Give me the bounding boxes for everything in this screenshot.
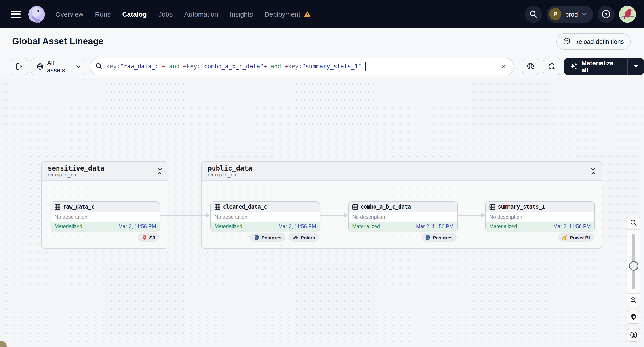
zoom-in-button[interactable] bbox=[627, 216, 640, 230]
top-nav: Overview Runs Catalog Jobs Automation In… bbox=[0, 0, 644, 28]
download-button[interactable] bbox=[626, 328, 640, 342]
help-icon: ? bbox=[602, 9, 610, 18]
reload-cube-icon bbox=[563, 37, 570, 45]
postgres-icon bbox=[425, 235, 430, 240]
table-icon bbox=[352, 204, 358, 210]
kind-tag-postgres[interactable]: Postgres bbox=[250, 233, 286, 242]
nav-item-automation[interactable]: Automation bbox=[184, 10, 218, 18]
lineage-canvas[interactable]: sensitive_data example_co public_data ex… bbox=[0, 78, 644, 347]
table-icon bbox=[489, 204, 495, 210]
edge-arrowhead bbox=[481, 213, 485, 217]
edge-raw-to-cleaned bbox=[160, 215, 206, 216]
group-header: sensitive_data example_co bbox=[42, 162, 168, 181]
edge-combo-to-summary bbox=[456, 215, 482, 216]
globe-add-icon bbox=[527, 62, 535, 70]
view-all-assets-button[interactable] bbox=[522, 57, 540, 75]
edge-cleaned-to-combo bbox=[319, 215, 344, 216]
zoom-slider[interactable] bbox=[627, 230, 640, 293]
postgres-icon bbox=[254, 235, 259, 240]
tag-row: S3 bbox=[50, 233, 159, 242]
asset-node-raw-data-c[interactable]: raw_data_c No description Materialized M… bbox=[50, 201, 160, 231]
download-icon bbox=[630, 331, 637, 338]
kind-tag-powerbi[interactable]: Power BI bbox=[558, 233, 594, 242]
search-button[interactable] bbox=[525, 5, 542, 22]
nav-item-runs[interactable]: Runs bbox=[95, 10, 110, 18]
graph-settings-button[interactable] bbox=[626, 310, 640, 324]
chevron-down-icon bbox=[582, 12, 587, 16]
status-badge: Materialized bbox=[54, 224, 82, 229]
collapse-group-button[interactable] bbox=[590, 168, 596, 174]
collapse-group-button[interactable] bbox=[157, 168, 163, 174]
reload-definitions-button[interactable]: Reload definitions bbox=[556, 33, 630, 49]
table-icon bbox=[54, 204, 60, 210]
materialize-all-button[interactable]: Materialize all bbox=[564, 58, 628, 75]
edge-arrowhead bbox=[206, 213, 210, 217]
dagster-logo[interactable] bbox=[28, 5, 46, 23]
group-header: public_data example_co bbox=[202, 162, 602, 181]
materialization-timestamp[interactable]: Mar 2, 11:56 PM bbox=[416, 224, 454, 229]
deployment-switcher[interactable]: P prod bbox=[546, 5, 593, 22]
lineage-toolbar: All assets key:"raw_data_c"+ and +key:"c… bbox=[0, 54, 644, 79]
asset-node-summary-stats-1[interactable]: summary_stats_1 No description Materiali… bbox=[485, 201, 595, 231]
group-location: example_co bbox=[208, 172, 252, 178]
app-root: Overview Runs Catalog Jobs Automation In… bbox=[0, 0, 644, 347]
nav-item-deployment[interactable]: Deployment bbox=[264, 10, 311, 18]
chevron-down-icon bbox=[76, 65, 81, 68]
asset-scope-dropdown[interactable]: All assets bbox=[31, 57, 86, 75]
kind-tag-polars[interactable]: Polars bbox=[289, 233, 319, 242]
kind-tag-s3[interactable]: S3 bbox=[138, 233, 159, 242]
text-cursor bbox=[365, 62, 366, 70]
nav-item-catalog[interactable]: Catalog bbox=[122, 10, 147, 18]
page-header: Global Asset Lineage Reload definitions bbox=[0, 28, 644, 55]
collapse-group-icon bbox=[157, 168, 163, 174]
hamburger-menu-icon[interactable] bbox=[11, 10, 20, 18]
table-icon bbox=[214, 204, 220, 210]
clear-search-button[interactable]: ✕ bbox=[500, 62, 508, 71]
help-button[interactable]: ? bbox=[598, 5, 614, 22]
tag-row: Power BI bbox=[485, 233, 594, 242]
globe-icon bbox=[37, 63, 44, 70]
open-sidebar-button[interactable] bbox=[11, 57, 28, 75]
svg-text:?: ? bbox=[604, 11, 607, 17]
materialization-timestamp[interactable]: Mar 2, 11:56 PM bbox=[553, 224, 591, 229]
status-badge: Materialized bbox=[214, 224, 242, 229]
powerbi-icon bbox=[562, 235, 568, 240]
s3-icon bbox=[142, 235, 147, 240]
asset-node-combo-a-b-c-data[interactable]: combo_a_b_c_data No description Material… bbox=[348, 201, 458, 231]
kind-tag-postgres[interactable]: Postgres bbox=[421, 233, 457, 242]
nav-item-jobs[interactable]: Jobs bbox=[158, 10, 172, 18]
search-query: key:"raw_data_c"+ and +key:"combo_a_b_c_… bbox=[106, 63, 362, 70]
tag-row: Postgres Polars bbox=[210, 233, 319, 242]
materialize-all-split-button: Materialize all bbox=[564, 58, 644, 75]
gear-icon bbox=[630, 313, 637, 321]
zoom-out-button[interactable] bbox=[627, 293, 640, 307]
user-avatar[interactable] bbox=[619, 5, 636, 22]
zoom-control bbox=[626, 216, 640, 307]
nav-right-cluster: P prod ? bbox=[525, 5, 636, 22]
expand-panel-icon bbox=[16, 63, 23, 70]
materialization-timestamp[interactable]: Mar 2, 11:56 PM bbox=[278, 224, 316, 229]
corner-decoration bbox=[0, 341, 7, 347]
search-icon bbox=[530, 10, 538, 18]
materialization-timestamp[interactable]: Mar 2, 11:56 PM bbox=[118, 224, 156, 229]
nav-links: Overview Runs Catalog Jobs Automation In… bbox=[56, 10, 311, 18]
zoom-slider-handle[interactable] bbox=[629, 261, 638, 271]
env-avatar: P bbox=[549, 8, 561, 20]
polars-icon bbox=[293, 235, 298, 240]
status-badge: Materialized bbox=[489, 224, 517, 229]
collapse-group-icon bbox=[590, 168, 596, 174]
page-title: Global Asset Lineage bbox=[12, 36, 104, 46]
search-icon bbox=[96, 63, 102, 70]
asset-search-input[interactable]: key:"raw_data_c"+ and +key:"combo_a_b_c_… bbox=[90, 57, 514, 75]
group-title: public_data bbox=[208, 165, 252, 172]
group-location: example_co bbox=[48, 172, 104, 178]
caret-down-icon bbox=[634, 65, 638, 68]
nav-item-overview[interactable]: Overview bbox=[56, 10, 83, 18]
refresh-button[interactable] bbox=[543, 57, 560, 75]
asset-node-cleaned-data-c[interactable]: cleaned_data_c No description Materializ… bbox=[210, 201, 320, 231]
nav-item-insights[interactable]: Insights bbox=[230, 10, 253, 18]
group-title: sensitive_data bbox=[48, 165, 104, 172]
materialize-options-button[interactable] bbox=[628, 58, 644, 75]
sparkle-icon bbox=[570, 62, 578, 70]
refresh-icon bbox=[548, 62, 556, 70]
